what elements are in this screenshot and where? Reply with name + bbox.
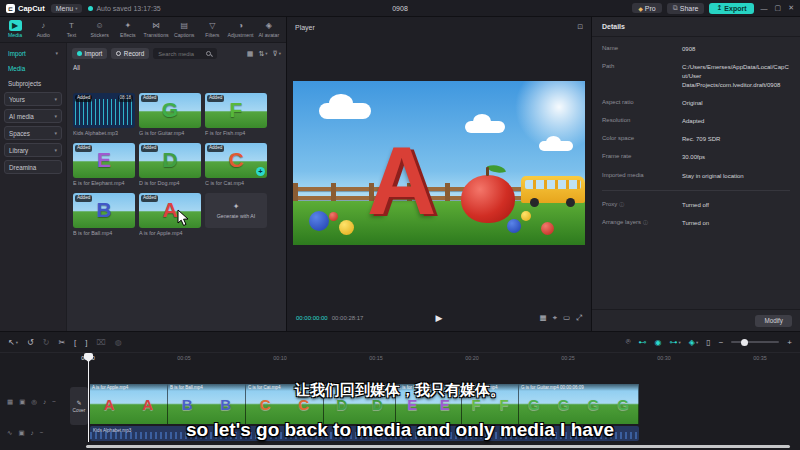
export-button[interactable]: ↥ Export — [709, 3, 753, 14]
freeze-frame-icon[interactable]: ◍ — [115, 338, 122, 347]
tab-text[interactable]: TText — [57, 19, 85, 38]
sidebar-item-spaces[interactable]: Spaces▾ — [4, 126, 62, 140]
modify-button[interactable]: Modify — [755, 315, 792, 327]
generate-label: Generate with AI — [217, 213, 255, 219]
tab-adjustment[interactable]: ◑Adjustment — [227, 19, 255, 38]
lock-track-icon[interactable]: ▣ — [18, 429, 24, 437]
media-item-g-is-for-guitar-mp4[interactable]: GAddedG is for Guitar.mp4 — [139, 93, 201, 136]
generate-with-ai-tile[interactable]: ✦Generate with AI — [205, 193, 267, 228]
details-row-name: Name0908 — [602, 45, 790, 54]
timeline-clip-g[interactable]: GGGGG is for Guitar.mp4 00:00:06:09 — [519, 384, 639, 424]
search-input[interactable] — [156, 50, 206, 58]
details-row-proxy: ProxyⓘTurned off — [602, 201, 790, 210]
audio-clip-label: Kids Alphabet.mp3 — [93, 428, 131, 433]
sort-icon[interactable]: ⇅▾ — [258, 50, 267, 58]
filter-icon[interactable]: ⊽▾ — [273, 50, 281, 58]
sidebar-item-ai-media[interactable]: AI media▾ — [4, 109, 62, 123]
main-track-magnet-icon[interactable]: ⊷ — [639, 338, 647, 347]
menu-button[interactable]: Menu ▾ — [51, 4, 83, 13]
tab-audio[interactable]: ♪Audio — [29, 19, 57, 38]
media-item-f-is-for-fish-mp4[interactable]: FAddedF is for Fish.mp4 — [205, 93, 267, 136]
fullscreen-icon[interactable]: ⤢ — [576, 313, 582, 323]
quality-icon[interactable]: ▦ — [540, 313, 547, 323]
record-button[interactable]: Record — [111, 48, 149, 59]
search-box[interactable] — [153, 48, 217, 59]
media-item-kids-alphabet-mp3[interactable]: Added08:18Kids Alphabet.mp3 — [73, 93, 135, 136]
sidebar-item-subprojects[interactable]: Subprojects — [4, 77, 62, 89]
split-icon[interactable]: ✂ — [58, 338, 65, 347]
delete-left-icon[interactable]: [ — [74, 338, 76, 347]
chevron-down-icon: ▾ — [54, 147, 57, 153]
delete-icon[interactable]: ⌧ — [97, 338, 106, 347]
multi-select-icon[interactable]: ◈▾ — [689, 338, 698, 347]
voiceover-mic-icon[interactable]: ⌾ — [626, 337, 631, 347]
media-item-c-is-for-cat-mp4[interactable]: CAdded+C is for Cat.mp4 — [205, 143, 267, 186]
media-item-a-is-for-apple-mp4[interactable]: AAddedA is for Apple.mp4 — [139, 193, 201, 236]
media-item-name: B is for Ball.mp4 — [73, 230, 135, 236]
media-item-b-is-for-ball-mp4[interactable]: BAddedB is for Ball.mp4 — [73, 193, 135, 236]
sidebar-item-import[interactable]: Import▾ — [4, 47, 62, 59]
timeline-zoom-slider[interactable] — [731, 341, 779, 343]
playhead-line[interactable] — [88, 353, 89, 442]
tab-ai-avatar-icon: ◈ — [266, 20, 272, 31]
redo-icon[interactable]: ↻ — [43, 338, 50, 347]
add-to-timeline-button[interactable]: + — [256, 167, 265, 176]
sidebar-item-label: Media — [8, 65, 25, 72]
tab-stickers[interactable]: ☺Stickers — [86, 19, 114, 38]
clip-label: B is for Ball.mp4 — [168, 384, 245, 391]
play-button[interactable]: ▶ — [436, 313, 443, 323]
grid-view-icon[interactable]: ▦ — [247, 50, 254, 58]
tab-effects[interactable]: ✦Effects — [114, 19, 142, 38]
tab-transitions[interactable]: ⋈Transitions — [142, 19, 170, 38]
delete-right-icon[interactable]: ] — [85, 338, 87, 347]
added-badge: Added — [75, 95, 92, 102]
import-button[interactable]: Import — [72, 48, 107, 59]
media-item-d-is-for-dog-mp4[interactable]: DAddedD is for Dog.mp4 — [139, 143, 201, 186]
pro-button[interactable]: ◆ Pro — [632, 3, 662, 13]
timeline-scrollbar[interactable] — [86, 445, 790, 448]
video-preview[interactable]: A — [293, 81, 585, 245]
sidebar-item-media[interactable]: Media — [4, 62, 62, 74]
zoom-out-icon[interactable]: − — [719, 338, 724, 347]
timeline-ruler[interactable]: 00:0000:0500:1000:1500:2000:2500:3000:35 — [0, 352, 800, 364]
chevron-down-icon: ▾ — [696, 340, 698, 345]
zoom-in-icon[interactable]: + — [787, 338, 792, 347]
preview-axis-icon: ▯ — [706, 338, 710, 347]
details-footer: Modify — [592, 309, 800, 331]
ratio-icon[interactable]: ▭ — [563, 313, 570, 323]
player-detach-icon[interactable]: ⊡ — [577, 23, 583, 31]
media-item-generate-with-ai[interactable]: ✦Generate with AI — [205, 193, 267, 236]
tab-captions[interactable]: ▤Captions — [170, 19, 198, 38]
details-value: Original — [682, 99, 703, 108]
minimize-button[interactable]: — — [761, 5, 768, 12]
sidebar-item-dreamina[interactable]: Dreamina — [4, 160, 62, 174]
zoom-slider-handle[interactable] — [741, 339, 748, 346]
media-item-name: C is for Cat.mp4 — [205, 180, 267, 186]
audio-waveform-icon[interactable]: ∿ — [7, 429, 12, 437]
select-tool-icon[interactable]: ↖▾ — [8, 338, 18, 347]
tab-label: Effects — [120, 32, 136, 38]
sidebar-item-yours[interactable]: Yours▾ — [4, 92, 62, 106]
timeline-clip-b[interactable]: BBB is for Ball.mp4 — [168, 384, 246, 424]
mute-track-icon[interactable]: ♪ — [31, 429, 34, 437]
undo-icon[interactable]: ↺ — [27, 338, 34, 347]
share-button[interactable]: ⧉ Share — [667, 3, 705, 14]
timeline-tools-left: ↖▾↺↻✂[]⌧◍ — [8, 338, 122, 347]
close-button[interactable]: ✕ — [788, 4, 794, 12]
media-item-e-is-for-elephant-mp4[interactable]: EAddedE is for Elephant.mp4 — [73, 143, 135, 186]
ruler-tick-label: 00:25 — [561, 355, 575, 361]
auto-snapping-icon[interactable]: ◉ — [655, 338, 662, 347]
tab-filters[interactable]: ▽Filters — [198, 19, 226, 38]
sidebar-item-library[interactable]: Library▾ — [4, 143, 62, 157]
tab-ai-avatar[interactable]: ◈AI avatar — [255, 19, 283, 38]
linking-icon[interactable]: ⊶▾ — [670, 338, 681, 347]
collapse-track-icon[interactable]: − — [40, 429, 44, 437]
tab-media[interactable]: ▶Media — [1, 19, 29, 38]
audio-track-header: ∿▣♪− — [7, 429, 44, 437]
details-rows: Name0908PathC:/Users/Emerses/AppData/Loc… — [592, 37, 800, 228]
preview-axis-icon[interactable]: ▯ — [706, 338, 710, 347]
maximize-button[interactable]: ▢ — [775, 4, 782, 12]
freeze-frame-icon: ◍ — [115, 338, 122, 347]
timeline-clip-a[interactable]: AAA is for Apple.mp4 — [90, 384, 168, 424]
mirror-preview-icon[interactable]: ⌖ — [553, 313, 557, 323]
